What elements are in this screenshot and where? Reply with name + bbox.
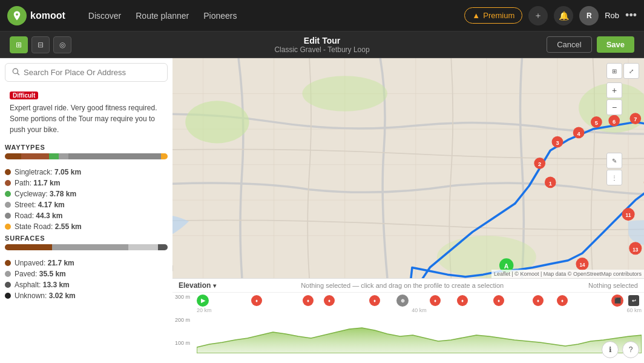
elev-wp-3[interactable]: ♦ bbox=[324, 295, 335, 306]
wt-road bbox=[68, 153, 161, 159]
chevron-down-icon: ▾ bbox=[213, 282, 216, 289]
road-dot bbox=[5, 213, 11, 219]
premium-button[interactable]: ▲ Premium bbox=[464, 7, 522, 24]
logo[interactable]: komoot bbox=[7, 6, 65, 25]
search-box[interactable] bbox=[5, 63, 168, 82]
mountain-icon: ▲ bbox=[472, 11, 480, 20]
header-buttons: Cancel Save bbox=[547, 36, 634, 53]
zoom-out-button[interactable]: − bbox=[606, 99, 622, 115]
question-button[interactable]: ? bbox=[622, 341, 639, 358]
view-map-button[interactable]: ⊞ bbox=[10, 36, 28, 53]
cancel-button[interactable]: Cancel bbox=[547, 36, 591, 53]
nav-route-planner[interactable]: Route planner bbox=[130, 7, 195, 24]
map-fullscreen-button[interactable]: ⤢ bbox=[623, 63, 639, 79]
map-settings-button[interactable]: ✎ bbox=[606, 153, 622, 168]
wt-singletrack bbox=[5, 153, 21, 159]
top-nav: komoot Discover Route planner Pioneers ▲… bbox=[0, 0, 644, 32]
unknown-label: Unknown: 3.02 km bbox=[15, 291, 76, 300]
paved-dot bbox=[5, 271, 11, 277]
elev-wp-6[interactable]: ♦ bbox=[457, 295, 468, 306]
svg-point-17 bbox=[302, 76, 387, 112]
wt-path bbox=[21, 153, 49, 159]
edit-header-center: Edit Tour Classic Gravel - Tetbury Loop bbox=[274, 36, 369, 54]
asphalt-label: Asphalt: 13.3 km bbox=[15, 281, 70, 289]
nav-right: ▲ Premium ＋ 🔔 R Rob ••• bbox=[464, 6, 637, 25]
search-input[interactable] bbox=[24, 68, 161, 77]
difficulty-badge: Difficult bbox=[10, 92, 38, 99]
elevation-header: Elevation ▾ Nothing selected — click and… bbox=[172, 279, 644, 293]
surfaces-title: SURFACES bbox=[0, 232, 172, 244]
map-area[interactable]: A 1 2 3 4 5 6 7 8 bbox=[172, 58, 644, 363]
elev-wp-9[interactable]: ♦ bbox=[557, 295, 568, 306]
nav-links: Discover Route planner Pioneers bbox=[82, 7, 243, 24]
elevation-title[interactable]: Elevation ▾ bbox=[179, 281, 216, 290]
elev-wp-start[interactable]: ▶ bbox=[197, 295, 209, 307]
waytype-bar-container bbox=[0, 153, 172, 167]
edit-header: ⊞ ⊟ ◎ Edit Tour Classic Gravel - Tetbury… bbox=[0, 32, 644, 58]
svg-text:11: 11 bbox=[626, 213, 632, 218]
view-split-button[interactable]: ⊟ bbox=[31, 36, 50, 53]
svg-text:13: 13 bbox=[632, 247, 639, 253]
elev-wp-4[interactable]: ♦ bbox=[369, 295, 380, 306]
avatar[interactable]: R bbox=[579, 6, 599, 25]
map-attribution: Leaflet | © Komoot | Map data © OpenStre… bbox=[491, 270, 644, 278]
singletrack-dot bbox=[5, 169, 11, 175]
search-icon bbox=[12, 67, 20, 78]
map-controls: ⊞ ⤢ + − ✎ ⋮ bbox=[606, 63, 639, 185]
nav-discover[interactable]: Discover bbox=[82, 7, 127, 24]
unpaved-dot bbox=[5, 260, 11, 266]
elev-wp-finish[interactable]: ↩ bbox=[628, 295, 639, 306]
svg-text:A: A bbox=[504, 262, 509, 270]
svg-text:3: 3 bbox=[556, 140, 559, 146]
toolbar-left: ⊞ ⊟ ◎ bbox=[10, 36, 71, 53]
path-dot bbox=[5, 180, 11, 186]
surface-unpaved: Unpaved: 21.7 km bbox=[0, 258, 172, 268]
elevation-chart[interactable]: 300 m 200 m 100 m ▶ ♦ ♦ ♦ bbox=[172, 293, 644, 353]
elev-wp-mid[interactable]: ⊕ bbox=[396, 295, 409, 307]
save-button[interactable]: Save bbox=[597, 36, 634, 53]
elev-wp-2[interactable]: ♦ bbox=[303, 295, 314, 306]
map-grid-button[interactable]: ⋮ bbox=[606, 170, 622, 185]
waytype-street: Street: 4.17 km bbox=[0, 199, 172, 210]
waytype-state-road: State Road: 2.55 km bbox=[0, 221, 172, 232]
elev-wp-7[interactable]: ♦ bbox=[493, 295, 504, 306]
elev-wp-1[interactable]: ♦ bbox=[251, 295, 262, 306]
surface-bar-container bbox=[0, 244, 172, 258]
wt-street bbox=[59, 153, 68, 159]
elev-y-mid: 200 m bbox=[175, 317, 193, 323]
svg-text:2: 2 bbox=[538, 161, 541, 167]
elev-wp-8[interactable]: ♦ bbox=[533, 295, 544, 306]
zoom-in-button[interactable]: + bbox=[606, 82, 622, 98]
surf-asphalt bbox=[128, 244, 157, 250]
elevation-nothing-selected-right: Nothing selected bbox=[588, 282, 638, 289]
wt-cycleway bbox=[49, 153, 59, 159]
map-corner-buttons: ℹ ? bbox=[602, 341, 639, 358]
waytype-cycleway: Cycleway: 3.78 km bbox=[0, 188, 172, 199]
singletrack-label: Singletrack: 7.05 km bbox=[15, 168, 81, 176]
surf-unknown bbox=[158, 244, 168, 250]
add-button[interactable]: ＋ bbox=[528, 6, 548, 25]
state-road-dot bbox=[5, 224, 11, 230]
view-elevation-button[interactable]: ◎ bbox=[53, 36, 71, 53]
help-button[interactable]: ℹ bbox=[602, 341, 619, 358]
asphalt-dot bbox=[5, 282, 11, 288]
elev-y-bot: 100 m bbox=[175, 340, 193, 346]
surface-unknown: Unknown: 3.02 km bbox=[0, 290, 172, 301]
surf-unpaved bbox=[5, 244, 52, 250]
logo-text: komoot bbox=[30, 10, 65, 21]
elev-wp-end[interactable]: ⬛ bbox=[611, 295, 623, 307]
elev-wp-5[interactable]: ♦ bbox=[430, 295, 441, 306]
notifications-button[interactable]: 🔔 bbox=[554, 6, 573, 25]
paved-label: Paved: 35.5 km bbox=[15, 270, 66, 278]
map-layer-button[interactable]: ⊞ bbox=[606, 63, 622, 79]
elevation-panel: Elevation ▾ Nothing selected — click and… bbox=[172, 278, 644, 363]
svg-text:1: 1 bbox=[549, 181, 552, 187]
nav-pioneers[interactable]: Pioneers bbox=[197, 7, 243, 24]
wt-state-road bbox=[161, 153, 168, 159]
surf-paved bbox=[52, 244, 128, 250]
more-button[interactable]: ••• bbox=[625, 9, 637, 22]
street-dot bbox=[5, 202, 11, 208]
map-background[interactable]: A 1 2 3 4 5 6 7 8 bbox=[172, 58, 644, 278]
surface-asphalt: Asphalt: 13.3 km bbox=[0, 279, 172, 290]
state-road-label: State Road: 2.55 km bbox=[15, 222, 82, 231]
